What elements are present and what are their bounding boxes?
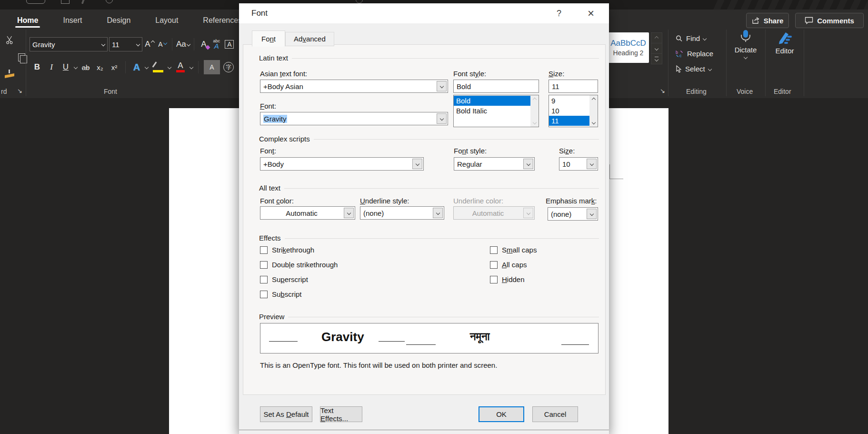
all-caps-checkbox[interactable]: All caps <box>490 261 527 269</box>
styles-dialog-launcher[interactable]: ↘ <box>660 87 665 94</box>
font-style-scrollbar[interactable] <box>530 95 539 127</box>
strikethrough-checkbox[interactable]: Strikethrough <box>260 246 314 254</box>
asian-font-dropdown-button[interactable] <box>437 81 447 91</box>
autosave-toggle-icon[interactable] <box>26 0 45 4</box>
superscript-button[interactable]: x² <box>109 61 120 74</box>
ribbon-tab-references[interactable]: References <box>202 12 243 29</box>
checkbox[interactable] <box>490 261 498 269</box>
tab-advanced[interactable]: Advanced <box>285 32 334 46</box>
asian-text-font-combo[interactable]: +Body Asian <box>260 80 448 93</box>
redo-icon[interactable] <box>106 0 113 3</box>
character-shading-button[interactable]: A <box>204 60 220 74</box>
size-option-11[interactable]: 11 <box>549 116 589 126</box>
cut-button[interactable] <box>6 36 13 46</box>
qat-partial-icon[interactable] <box>356 0 363 3</box>
clear-formatting-button[interactable]: A <box>198 38 210 51</box>
emphasis-mark-dropdown-button[interactable] <box>587 209 597 219</box>
size-input[interactable]: 11 <box>549 80 598 93</box>
undo-icon[interactable] <box>81 0 85 4</box>
font-color-dropdown-button[interactable] <box>344 208 354 218</box>
size-scrollbar[interactable] <box>589 95 598 127</box>
subscript-button[interactable]: x₂ <box>94 61 106 74</box>
complex-style-combo[interactable]: Regular <box>454 157 535 171</box>
underline-menu-chevron[interactable] <box>74 65 78 69</box>
format-painter-button[interactable] <box>5 70 14 78</box>
checkbox[interactable] <box>490 276 498 283</box>
double-strikethrough-checkbox[interactable]: Double strikethrough <box>260 261 338 269</box>
size-option-9[interactable]: 9 <box>549 96 589 106</box>
superscript-checkbox[interactable]: Superscript <box>260 275 308 283</box>
styles-gallery-up-button[interactable] <box>651 32 662 43</box>
text-effects-button-dialog[interactable]: Text Effects... <box>320 406 362 422</box>
font-name-dropdown-button[interactable] <box>437 113 447 124</box>
ribbon-tab-home[interactable]: Home <box>16 12 39 29</box>
complex-style-dropdown-button[interactable] <box>523 159 533 169</box>
scroll-up-icon[interactable] <box>591 98 595 101</box>
grow-font-button[interactable]: A <box>144 38 155 51</box>
font-style-listbox[interactable]: Bold Bold Italic <box>453 95 539 127</box>
strikethrough-button[interactable]: ab <box>80 61 91 74</box>
highlight-color-button[interactable] <box>151 61 165 74</box>
select-button[interactable]: Select <box>675 65 711 73</box>
font-name-combo-dialog[interactable]: Gravity <box>260 112 448 125</box>
ribbon-tab-layout[interactable]: Layout <box>154 12 179 29</box>
ribbon-tab-design[interactable]: Design <box>106 12 131 29</box>
style-heading2-tile[interactable]: AaBbCcD Heading 2 <box>608 32 649 63</box>
styles-gallery-down-button[interactable] <box>651 43 662 54</box>
font-style-option-bold-italic[interactable]: Bold Italic <box>454 106 530 116</box>
font-color-button[interactable]: A <box>174 61 187 74</box>
scroll-down-icon[interactable] <box>591 121 595 124</box>
underline-style-combo[interactable]: (none) <box>360 206 444 220</box>
text-effects-button[interactable]: A <box>131 61 142 74</box>
share-button[interactable]: Share <box>746 13 789 28</box>
text-effects-chevron[interactable] <box>145 65 149 69</box>
subscript-checkbox[interactable]: Subscript <box>260 290 302 298</box>
phonetic-guide-button[interactable]: abc A <box>211 38 222 51</box>
ok-button[interactable]: OK <box>479 406 524 422</box>
change-case-button[interactable]: Aa <box>176 38 190 51</box>
dictate-button[interactable]: Dictate <box>732 30 759 59</box>
bold-button[interactable]: B <box>31 61 43 74</box>
checkbox[interactable] <box>260 276 268 283</box>
size-listbox[interactable]: 9 10 11 <box>549 95 598 127</box>
checkbox[interactable] <box>490 246 498 254</box>
highlight-chevron[interactable] <box>168 65 171 69</box>
hidden-checkbox[interactable]: Hidden <box>490 275 525 283</box>
font-color-chevron[interactable] <box>190 65 193 69</box>
checkbox[interactable] <box>260 246 268 254</box>
comments-button[interactable]: Comments <box>795 13 864 28</box>
cancel-button[interactable]: Cancel <box>532 406 578 422</box>
italic-button[interactable]: I <box>46 61 57 74</box>
clipboard-dialog-launcher[interactable]: ↘ <box>17 87 22 94</box>
character-border-button[interactable]: A <box>224 38 235 51</box>
save-icon[interactable] <box>61 0 70 4</box>
editor-button[interactable]: Editor <box>770 30 799 55</box>
ribbon-tab-insert[interactable]: Insert <box>62 12 83 29</box>
font-style-input[interactable]: Bold <box>453 80 539 93</box>
checkbox[interactable] <box>260 291 268 298</box>
emphasis-mark-combo[interactable]: (none) <box>548 207 598 221</box>
small-caps-checkbox[interactable]: Small caps <box>490 246 537 254</box>
complex-font-combo[interactable]: +Body <box>260 157 424 171</box>
font-name-combo[interactable]: Gravity <box>30 37 108 51</box>
complex-size-combo[interactable]: 10 <box>559 157 598 171</box>
checkbox[interactable] <box>260 261 268 269</box>
font-color-combo[interactable]: Automatic <box>260 206 355 220</box>
complex-font-dropdown-button[interactable] <box>412 159 422 169</box>
complex-size-dropdown-button[interactable] <box>587 159 597 169</box>
replace-button[interactable]: bc Replace <box>675 50 713 58</box>
scroll-up-icon[interactable] <box>532 98 536 101</box>
styles-gallery-more-button[interactable] <box>651 53 662 64</box>
copy-button[interactable] <box>18 53 25 61</box>
underline-button[interactable]: U <box>60 61 71 74</box>
underline-style-dropdown-button[interactable] <box>433 208 443 218</box>
enclose-characters-button[interactable]: 字 <box>223 61 234 74</box>
set-as-default-button[interactable]: Set As Default <box>260 406 312 422</box>
scroll-down-icon[interactable] <box>532 121 536 124</box>
shrink-font-button[interactable]: A <box>157 38 168 51</box>
tab-font[interactable]: Font <box>252 30 285 47</box>
size-option-10[interactable]: 10 <box>549 106 589 116</box>
font-size-combo[interactable]: 11 <box>109 37 142 51</box>
font-style-option-bold[interactable]: Bold <box>454 96 530 106</box>
find-button[interactable]: Find <box>675 34 706 42</box>
